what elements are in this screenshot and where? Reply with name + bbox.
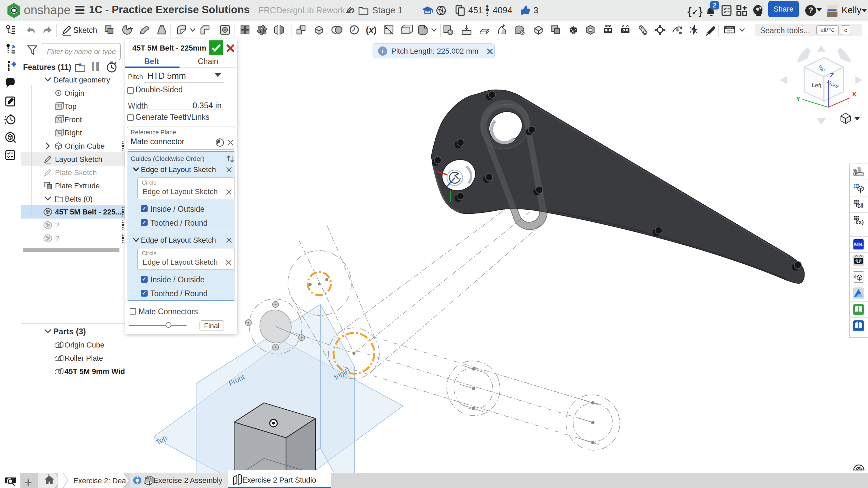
svg-text:Top: Top — [64, 102, 76, 111]
svg-text:45T 5M 9mm Wide B...: 45T 5M 9mm Wide B... — [64, 367, 125, 376]
svg-text:Plate Sketch: Plate Sketch — [55, 168, 97, 177]
svg-text:Right: Right — [64, 129, 82, 137]
svg-text:Default geometry: Default geometry — [53, 76, 110, 84]
svg-text:Left: Left — [812, 82, 822, 89]
svg-text:Sketch: Sketch — [73, 26, 97, 35]
svg-text:(x): (x) — [366, 25, 377, 35]
svg-text:Front: Front — [64, 115, 82, 124]
svg-text:Roller Plate: Roller Plate — [64, 354, 103, 362]
svg-text:Origin Cube: Origin Cube — [64, 341, 104, 349]
svg-text:Parts (3): Parts (3) — [53, 327, 86, 336]
svg-text:?: ? — [808, 6, 813, 15]
svg-text:ℓx): ℓx) — [856, 219, 864, 225]
svg-text:Belts (0): Belts (0) — [65, 195, 93, 203]
svg-text:Y: Y — [796, 95, 800, 102]
svg-text:Exercise 2: Dea: Exercise 2: Dea — [73, 476, 126, 485]
svg-text:}: } — [861, 202, 863, 208]
svg-text:?: ? — [55, 234, 59, 243]
svg-text:Layout Sketch: Layout Sketch — [55, 155, 102, 164]
svg-text:Plate Extrude: Plate Extrude — [55, 182, 100, 190]
svg-text:HELLO: HELLO — [726, 27, 733, 29]
svg-text:Origin: Origin — [64, 89, 84, 97]
svg-text:45T 5M Belt - 225...: 45T 5M Belt - 225... — [55, 208, 122, 216]
svg-text:X: X — [852, 91, 856, 98]
svg-text:Z: Z — [830, 72, 834, 79]
svg-text:MK: MK — [854, 242, 863, 247]
svg-text:?: ? — [55, 221, 59, 229]
svg-text:Origin Cube: Origin Cube — [65, 142, 105, 150]
